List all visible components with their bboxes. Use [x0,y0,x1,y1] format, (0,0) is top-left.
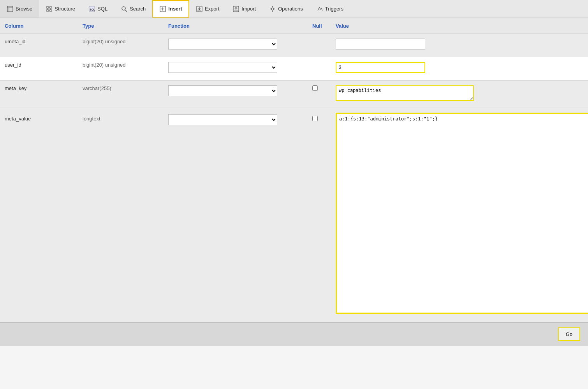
svg-line-12 [125,10,127,12]
cell-user-id-value [331,57,588,78]
cell-meta-key-null [308,81,331,95]
search-icon [121,5,128,12]
cell-user-id-column: user_id [0,57,78,72]
main-content: Column Type Function Null Value umeta_id… [0,18,588,389]
svg-point-22 [271,8,274,10]
meta-key-function-select[interactable] [168,85,277,96]
meta-key-null-checkbox[interactable] [312,85,318,91]
col-header-type: Type [78,21,164,30]
cell-meta-key-column: meta_key [0,81,78,96]
nav-structure-label: Structure [55,6,75,12]
sql-icon: SQL [88,5,95,12]
cell-umeta-id-type: bigint(20) unsigned [78,34,164,49]
nav-search[interactable]: Search [114,0,152,18]
nav-sql[interactable]: SQL SQL [82,0,114,18]
svg-rect-5 [46,10,49,11]
meta-value-null-checkbox[interactable] [312,116,318,121]
svg-rect-6 [49,10,52,11]
nav-browse-label: Browse [16,6,32,12]
go-button[interactable]: Go [558,327,580,341]
cell-meta-key-function [164,81,308,101]
cell-meta-key-type: varchar(255) [78,81,164,96]
col-header-value: Value [331,21,588,30]
nav-sql-label: SQL [97,6,107,12]
meta-value-value-textarea[interactable]: a:1:{s:13:"administrator";s:1:"1";} [337,114,588,313]
nav-bar: Browse Structure SQL SQL [0,0,588,18]
svg-rect-0 [7,6,13,12]
umeta-id-function-select[interactable] [168,39,277,50]
import-icon [232,5,239,12]
svg-rect-4 [49,7,52,8]
row-meta-value: meta_value longtext a:1:{s:13:"administr… [0,108,588,322]
svg-point-11 [122,7,125,10]
nav-import-label: Import [241,6,256,12]
export-icon [196,5,203,12]
meta-value-function-select[interactable] [168,114,277,125]
umeta-id-value-input[interactable] [336,39,425,50]
cell-meta-value-column: meta_value [0,108,78,126]
browse-icon [7,5,14,12]
nav-export[interactable]: Export [189,0,226,18]
cell-umeta-id-function [164,34,308,54]
table-header: Column Type Function Null Value [0,18,588,34]
nav-insert[interactable]: Insert [152,0,189,18]
row-user-id: user_id bigint(20) unsigned [0,57,588,81]
cell-user-id-function [164,57,308,78]
nav-search-label: Search [130,6,146,12]
operations-icon [269,5,276,12]
user-id-function-select[interactable] [168,62,277,73]
cell-user-id-null [308,57,331,67]
cell-meta-value-null [308,108,331,126]
row-umeta-id: umeta_id bigint(20) unsigned [0,34,588,57]
cell-umeta-id-value [331,34,588,54]
nav-triggers[interactable]: Triggers [310,0,350,18]
triggers-icon [316,5,323,12]
user-id-value-input[interactable] [336,62,425,73]
cell-user-id-type: bigint(20) unsigned [78,57,164,72]
go-button-row: Go [0,322,588,346]
svg-text:SQL: SQL [90,8,95,11]
nav-import[interactable]: Import [226,0,262,18]
cell-umeta-id-column: umeta_id [0,34,78,49]
cell-meta-value-type: longtext [78,108,164,126]
nav-structure[interactable]: Structure [39,0,82,18]
insert-icon [159,5,166,12]
nav-browse[interactable]: Browse [0,0,39,18]
row-meta-key: meta_key varchar(255) wp_capabilities [0,81,588,108]
meta-key-value-textarea[interactable]: wp_capabilities [336,85,474,101]
cell-umeta-id-null [308,34,331,43]
nav-export-label: Export [205,6,220,12]
cell-meta-key-value: wp_capabilities [331,81,588,106]
col-header-null: Null [308,21,331,30]
nav-operations[interactable]: Operations [262,0,310,18]
col-header-column: Column [0,21,78,30]
structure-icon [46,5,53,12]
nav-insert-label: Insert [168,6,182,12]
col-header-function: Function [164,21,308,30]
cell-meta-value-value: a:1:{s:13:"administrator";s:1:"1";} [331,108,588,318]
nav-operations-label: Operations [278,6,303,12]
nav-triggers-label: Triggers [325,6,343,12]
svg-rect-3 [46,7,49,8]
cell-meta-value-function [164,108,308,130]
